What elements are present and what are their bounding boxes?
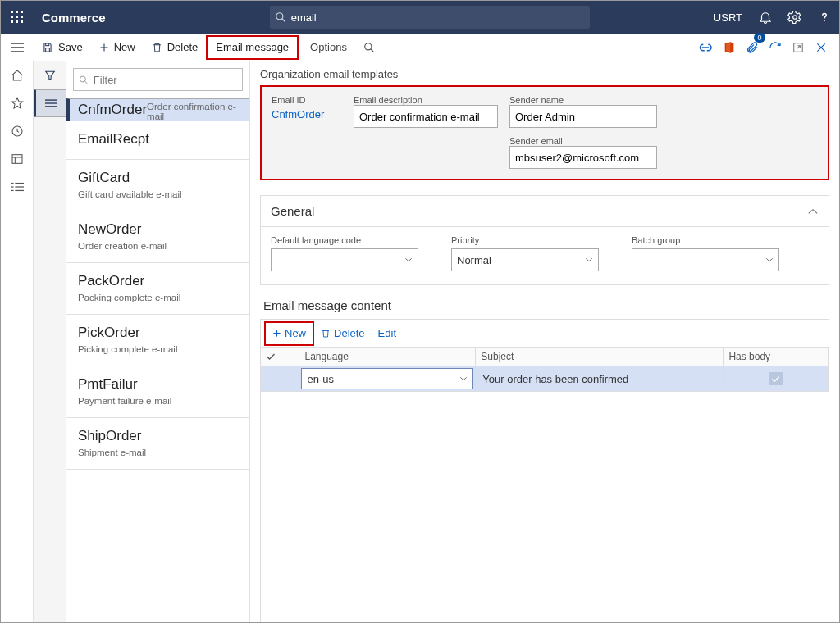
- popout-icon[interactable]: [787, 36, 810, 59]
- content-row[interactable]: en-us Your order has been confirmed: [261, 366, 829, 392]
- template-item-pmtfailur[interactable]: PmtFailurPayment failure e-mail: [66, 366, 249, 418]
- input-sender-email[interactable]: [509, 146, 657, 169]
- svg-point-20: [365, 43, 372, 49]
- svg-rect-3: [11, 16, 13, 18]
- col-subject[interactable]: Subject: [476, 348, 724, 366]
- svg-rect-27: [12, 155, 22, 164]
- col-language[interactable]: Language: [299, 348, 476, 366]
- svg-rect-7: [16, 20, 18, 23]
- col-select[interactable]: [261, 348, 299, 366]
- svg-rect-1: [16, 11, 18, 13]
- template-item-shiporder[interactable]: ShipOrderShipment e-mail: [66, 418, 249, 470]
- brand-title: Commerce: [34, 11, 114, 25]
- hamburger-icon[interactable]: [1, 34, 34, 61]
- select-batch-group[interactable]: [632, 248, 779, 271]
- template-item-title: CnfmOrder: [78, 102, 147, 118]
- new-button[interactable]: New: [91, 34, 144, 61]
- svg-rect-0: [11, 11, 13, 13]
- trash-icon: [152, 42, 162, 53]
- template-item-title: PmtFailur: [78, 376, 238, 393]
- rail-workspaces-icon[interactable]: [1, 145, 34, 173]
- global-search[interactable]: [270, 6, 590, 29]
- content-edit-button[interactable]: Edit: [372, 321, 403, 346]
- attachments-icon[interactable]: 0: [741, 36, 764, 59]
- close-icon[interactable]: [810, 36, 833, 59]
- template-item-title: EmailRecpt: [78, 131, 238, 148]
- rail-modules-icon[interactable]: [1, 173, 34, 201]
- list-view-icon[interactable]: [34, 89, 66, 117]
- office-icon[interactable]: [718, 36, 741, 59]
- refresh-icon[interactable]: [764, 36, 787, 59]
- email-message-button[interactable]: Email message: [206, 35, 299, 60]
- global-search-input[interactable]: [291, 11, 590, 24]
- svg-point-12: [824, 20, 825, 22]
- options-label: Options: [310, 41, 347, 53]
- svg-line-40: [84, 80, 87, 83]
- select-priority[interactable]: Normal: [451, 248, 599, 271]
- svg-line-10: [281, 19, 285, 22]
- input-sender-name[interactable]: [509, 105, 657, 128]
- search-icon: [270, 11, 291, 23]
- save-button[interactable]: Save: [34, 34, 91, 61]
- chevron-up-icon: [807, 207, 819, 216]
- template-item-neworder[interactable]: NewOrderOrder creation e-mail: [66, 211, 249, 263]
- filter-input[interactable]: [94, 74, 237, 86]
- save-icon: [42, 42, 53, 53]
- checkbox-has-body: [769, 372, 783, 385]
- label-batch-group: Batch group: [632, 235, 779, 245]
- label-sender-email: Sender email: [509, 136, 657, 146]
- options-button[interactable]: Options: [299, 34, 358, 61]
- template-item-title: PickOrder: [78, 325, 238, 341]
- content-toolbar: New Delete Edit: [260, 319, 829, 347]
- section-general-header[interactable]: General: [261, 196, 829, 227]
- new-label: New: [114, 41, 135, 53]
- notifications-icon[interactable]: [751, 1, 780, 34]
- save-label: Save: [58, 41, 83, 53]
- page-title: Organization email templates: [260, 68, 829, 80]
- svg-rect-5: [21, 16, 23, 18]
- template-item-packorder[interactable]: PackOrderPacking complete e-mail: [66, 263, 249, 315]
- template-item-giftcard[interactable]: GiftCardGift card available e-mail: [66, 160, 249, 211]
- template-item-title: NewOrder: [78, 221, 238, 238]
- delete-button[interactable]: Delete: [144, 34, 207, 61]
- filter-box[interactable]: [73, 68, 243, 91]
- template-item-pickorder[interactable]: PickOrderPicking complete e-mail: [66, 315, 249, 366]
- svg-rect-16: [46, 43, 49, 45]
- input-email-desc[interactable]: [354, 105, 498, 128]
- col-has-body[interactable]: Has body: [724, 348, 829, 366]
- content-table-body-area: [260, 392, 829, 622]
- template-item-desc: Packing complete e-mail: [78, 293, 238, 302]
- template-item-title: GiftCard: [78, 170, 238, 186]
- ribbon-search-button[interactable]: [358, 34, 380, 61]
- rail-recent-icon[interactable]: [1, 117, 34, 145]
- app-launcher-icon[interactable]: [1, 1, 34, 34]
- help-icon[interactable]: [810, 1, 839, 34]
- cell-language[interactable]: en-us: [301, 368, 473, 389]
- template-item-desc: Gift card available e-mail: [78, 189, 238, 199]
- cell-subject: Your order has been confirmed: [476, 366, 724, 392]
- svg-rect-2: [21, 11, 23, 13]
- template-item-cnfmorder[interactable]: CnfmOrderOrder confirmation e-mail: [66, 98, 249, 121]
- rail-favorites-icon[interactable]: [1, 89, 34, 117]
- select-default-lang[interactable]: [271, 248, 418, 271]
- email-id-link[interactable]: CnfmOrder: [272, 105, 342, 121]
- svg-line-21: [371, 48, 374, 52]
- link-icon[interactable]: [695, 36, 718, 59]
- content-new-button[interactable]: New: [266, 321, 313, 346]
- plus-icon: [99, 43, 109, 52]
- settings-gear-icon[interactable]: [780, 1, 810, 34]
- label-email-desc: Email description: [354, 95, 498, 105]
- template-item-title: ShipOrder: [78, 428, 238, 444]
- rail-home-icon[interactable]: [1, 61, 34, 89]
- template-list: CnfmOrderOrder confirmation e-mailEmailR…: [66, 98, 249, 622]
- plus-icon: [272, 329, 281, 338]
- template-item-desc: Order creation e-mail: [78, 241, 238, 251]
- filter-funnel-icon[interactable]: [34, 61, 66, 89]
- user-code[interactable]: USRT: [705, 11, 751, 24]
- trash-icon: [321, 328, 331, 339]
- template-item-emailrecpt[interactable]: EmailRecpt: [66, 121, 249, 160]
- label-default-lang: Default language code: [271, 235, 418, 245]
- content-delete-button[interactable]: Delete: [314, 321, 372, 346]
- label-priority: Priority: [451, 235, 599, 245]
- svg-rect-6: [11, 20, 13, 23]
